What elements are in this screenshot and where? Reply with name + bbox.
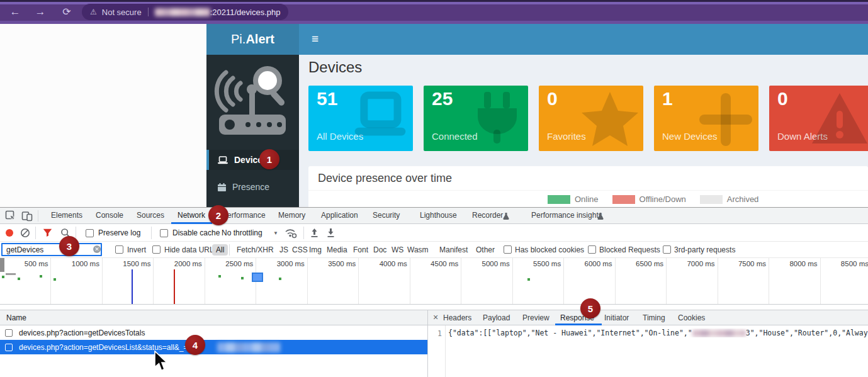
network-overview-timeline[interactable]: 500 ms 1000 ms 1500 ms 2000 ms 2500 ms 3… [0, 258, 868, 305]
filter-type-manifest[interactable]: Manifest [439, 245, 468, 254]
filter-type-font[interactable]: Font [353, 245, 368, 254]
tab-network[interactable]: Network [178, 211, 205, 220]
toolbar-divider [76, 227, 76, 239]
filter-input[interactable] [1, 243, 102, 256]
plug-icon [470, 91, 524, 149]
timeline-tick: 3500 ms [308, 258, 359, 304]
import-har-icon[interactable] [310, 228, 319, 238]
record-button[interactable] [6, 229, 13, 237]
tab-lighthouse[interactable]: Lighthouse [420, 211, 457, 220]
domcontentloaded-marker [132, 269, 133, 304]
filter-type-ws[interactable]: WS [392, 245, 403, 254]
has-blocked-cookies-checkbox[interactable] [504, 245, 512, 254]
request-checkbox[interactable] [5, 344, 13, 351]
tab-performance-insights[interactable]: Performance insights [531, 211, 602, 220]
filter-icon[interactable] [43, 228, 52, 237]
tab-performance[interactable]: Performance [222, 211, 266, 220]
legend-label: Archived [727, 194, 759, 204]
stat-card-connected[interactable]: 25 Connected [424, 86, 528, 151]
clear-filter-icon[interactable]: ✕ [93, 245, 101, 253]
blocked-requests-label[interactable]: Blocked Requests [599, 245, 660, 254]
preserve-log-checkbox[interactable] [86, 229, 94, 237]
filter-type-other[interactable]: Other [476, 245, 495, 254]
disable-cache-checkbox[interactable] [160, 229, 168, 237]
not-secure-label[interactable]: Not secure [102, 8, 142, 17]
throttling-select[interactable]: No throttling [222, 228, 262, 237]
request-dot [18, 278, 20, 280]
network-conditions-icon[interactable] [285, 228, 297, 239]
timeline-tick: 3000 ms [256, 258, 307, 304]
stat-card-all-devices[interactable]: 51 All Devices [308, 86, 413, 151]
legend-archived[interactable]: Archived [700, 194, 759, 204]
legend-online[interactable]: Online [548, 194, 599, 204]
experiment-flask-icon [503, 212, 509, 220]
tab-sources[interactable]: Sources [137, 211, 164, 220]
reload-icon[interactable]: ⟳ [59, 4, 74, 20]
stat-card-new-devices[interactable]: 1 New Devices [654, 86, 758, 151]
invert-checkbox[interactable] [115, 245, 123, 254]
invert-label[interactable]: Invert [127, 245, 146, 254]
detail-tab-headers[interactable]: Headers [443, 313, 471, 322]
hide-data-urls-checkbox[interactable] [152, 245, 161, 254]
disable-cache-label[interactable]: Disable cache [172, 228, 220, 237]
detail-tab-payload[interactable]: Payload [483, 313, 510, 322]
detail-tab-timing[interactable]: Timing [643, 313, 665, 322]
stat-card-down-alerts[interactable]: 0 Down Alerts [769, 86, 868, 151]
blocked-requests-checkbox[interactable] [588, 245, 596, 254]
stat-value: 1 [662, 88, 673, 110]
device-toolbar-icon[interactable] [21, 210, 33, 222]
filter-type-doc[interactable]: Doc [373, 245, 386, 254]
has-blocked-cookies-label[interactable]: Has blocked cookies [515, 245, 584, 254]
hide-data-urls-label[interactable]: Hide data URLs [164, 245, 218, 254]
filter-type-all[interactable]: All [212, 244, 228, 256]
request-row-totals[interactable]: devices.php?action=getDevicesTotals [0, 325, 427, 340]
request-row-devices-list[interactable]: devices.php?action=getDevicesList&status… [0, 340, 427, 354]
filter-type-fetch-xhr[interactable]: Fetch/XHR [237, 245, 274, 254]
filter-type-img[interactable]: Img [309, 245, 322, 254]
load-event-marker [174, 269, 175, 304]
detail-tabbar: × Headers Payload Preview Response Initi… [428, 310, 868, 325]
detail-tab-preview[interactable]: Preview [522, 313, 550, 322]
timeline-tick: 8500 ms [821, 258, 868, 304]
preserve-log-label[interactable]: Preserve log [98, 228, 140, 237]
detail-tab-cookies[interactable]: Cookies [678, 313, 705, 322]
tab-security[interactable]: Security [373, 211, 400, 220]
export-har-icon[interactable] [326, 228, 335, 238]
requests-name-header[interactable]: Name [0, 310, 427, 325]
chevron-down-icon[interactable]: ▼ [273, 230, 278, 236]
filter-type-css[interactable]: CSS [292, 245, 308, 254]
tab-console[interactable]: Console [96, 211, 123, 220]
hamburger-menu-icon[interactable]: ≡ [312, 32, 318, 46]
third-party-requests-checkbox[interactable] [663, 245, 671, 254]
app-logo[interactable]: Pi.Alert [206, 24, 299, 55]
close-icon[interactable]: × [433, 312, 438, 322]
forward-icon[interactable]: → [33, 4, 48, 20]
tab-application[interactable]: Application [321, 211, 358, 220]
filter-type-wasm[interactable]: Wasm [407, 245, 429, 254]
sidebar-item-devices[interactable]: Devices [206, 150, 299, 170]
tab-elements[interactable]: Elements [51, 211, 82, 220]
inspect-element-icon[interactable] [5, 210, 16, 222]
response-json-line[interactable]: {"data":[["laptop","Net - Huawei","Inter… [448, 329, 868, 337]
timeline-tick: 4500 ms [410, 258, 461, 304]
tab-recorder[interactable]: Recorder [472, 211, 503, 220]
request-checkbox[interactable] [5, 329, 13, 337]
stat-card-favorites[interactable]: 0 Favorites [539, 86, 643, 151]
panel-title: Device presence over time [318, 172, 452, 185]
detail-tab-initiator[interactable]: Initiator [604, 313, 629, 322]
filter-type-js[interactable]: JS [279, 245, 288, 254]
tab-memory[interactable]: Memory [278, 211, 305, 220]
legend-offline[interactable]: Offline/Down [612, 194, 686, 204]
network-filter-bar: ✕ Invert Hide data URLs All Fetch/XHR JS… [0, 242, 868, 258]
clear-network-log-icon[interactable] [20, 228, 30, 238]
sidebar-item-presence[interactable]: Presence [206, 176, 299, 198]
address-bar[interactable]: ⚠ Not secure :20211/devices.php [82, 4, 288, 20]
timeline-tick: 4000 ms [359, 258, 410, 304]
timeline-scroll-handle[interactable] [0, 258, 4, 272]
timeline-tick: 2000 ms [154, 258, 205, 304]
filter-type-media[interactable]: Media [327, 245, 347, 254]
third-party-requests-label[interactable]: 3rd-party requests [674, 245, 735, 254]
mouse-cursor [154, 351, 168, 373]
back-icon[interactable]: ← [8, 4, 23, 20]
request-dot [527, 278, 530, 281]
